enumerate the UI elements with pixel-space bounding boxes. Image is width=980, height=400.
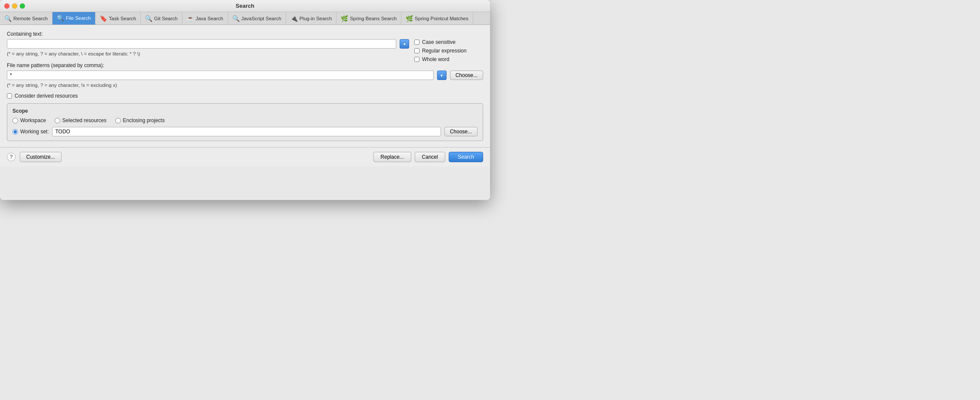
file-search-icon: 🔍 [57,15,64,22]
scope-label: Scope [12,108,478,114]
tab-task-search[interactable]: 🔖 Task Search [96,12,141,25]
working-set-choose-button[interactable]: Choose... [444,127,478,136]
window-title: Search [236,3,254,9]
whole-word-option[interactable]: Whole word [414,56,483,62]
tab-git-search[interactable]: 🔍 Git Search [141,12,182,25]
file-name-patterns-label: File name patterns (separated by comma): [7,62,483,68]
bottom-bar: ? Customize... Replace... Cancel Search [0,147,490,166]
containing-text-hint: (* = any string, ? = any character, \ = … [7,51,409,56]
search-button[interactable]: Search [449,152,483,162]
file-name-patterns-input[interactable] [7,71,434,80]
case-sensitive-option[interactable]: Case sensitive [414,39,483,45]
main-content: Containing text: ▾ (* = any string, ? = … [0,25,490,147]
containing-text-row: ▾ [7,39,409,49]
cancel-button[interactable]: Cancel [415,152,445,162]
git-search-icon: 🔍 [145,15,152,22]
containing-text-dropdown[interactable]: ▾ [400,39,409,49]
window-controls [4,3,25,9]
containing-text-section: ▾ (* = any string, ? = any character, \ … [7,39,483,62]
tab-file-search[interactable]: 🔍 File Search [52,12,96,25]
remote-search-icon: 🔍 [4,15,12,22]
title-bar: Search [0,0,490,12]
close-button[interactable] [4,3,9,9]
bottom-left: ? Customize... [7,152,62,162]
containing-text-input[interactable] [7,39,396,49]
spring-pointcut-icon: 🌿 [406,15,413,22]
regular-expression-option[interactable]: Regular expression [414,48,483,54]
plugin-search-icon: 🔌 [290,15,298,22]
containing-text-label: Containing text: [7,31,483,37]
whole-word-checkbox[interactable] [414,57,419,62]
spring-beans-icon: 🌿 [341,15,348,22]
scope-enclosing-projects-radio[interactable] [115,118,121,123]
maximize-button[interactable] [20,3,25,9]
help-button[interactable]: ? [7,153,15,161]
scope-selected-resources[interactable]: Selected resources [55,117,107,123]
file-name-patterns-choose-button[interactable]: Choose... [450,71,483,80]
task-search-icon: 🔖 [100,15,107,22]
scope-section: Scope Workspace Selected resources Enclo… [7,103,483,141]
file-name-patterns-row: ▾ Choose... [7,71,483,80]
scope-enclosing-projects[interactable]: Enclosing projects [115,117,165,123]
tab-plugin-search[interactable]: 🔌 Plug-in Search [286,12,336,25]
tab-remote-search[interactable]: 🔍 Remote Search [0,12,52,25]
scope-working-set[interactable]: Working set: [12,129,49,135]
tab-java-search[interactable]: ☕ Java Search [182,12,228,25]
scope-radio-row: Workspace Selected resources Enclosing p… [12,117,478,123]
scope-working-set-radio[interactable] [12,129,18,135]
replace-button[interactable]: Replace... [373,152,411,162]
search-options: Case sensitive Regular expression Whole … [414,39,483,62]
tab-spring-beans-search[interactable]: 🌿 Spring Beans Search [336,12,401,25]
file-name-patterns-dropdown[interactable]: ▾ [437,71,447,80]
javascript-search-icon: 🔍 [232,15,240,22]
minimize-button[interactable] [12,3,17,9]
regular-expression-checkbox[interactable] [414,48,419,53]
java-search-icon: ☕ [187,15,194,22]
consider-derived-option[interactable]: Consider derived resources [7,93,483,99]
scope-workspace[interactable]: Workspace [12,117,46,123]
consider-derived-checkbox[interactable] [7,93,12,98]
working-set-input[interactable] [52,127,441,136]
customize-button[interactable]: Customize... [20,152,62,162]
working-set-row: Working set: Choose... [12,127,478,136]
tab-javascript-search[interactable]: 🔍 JavaScript Search [228,12,286,25]
bottom-right: Replace... Cancel Search [373,152,483,162]
case-sensitive-checkbox[interactable] [414,40,419,45]
scope-selected-resources-radio[interactable] [55,118,60,123]
file-name-patterns-hint: (* = any string, ? = any character, !x =… [7,83,483,88]
tabs-bar: 🔍 Remote Search 🔍 File Search 🔖 Task Sea… [0,12,490,25]
scope-workspace-radio[interactable] [12,118,18,123]
tab-spring-pointcut-matches[interactable]: 🌿 Spring Pointcut Matches [401,12,473,25]
